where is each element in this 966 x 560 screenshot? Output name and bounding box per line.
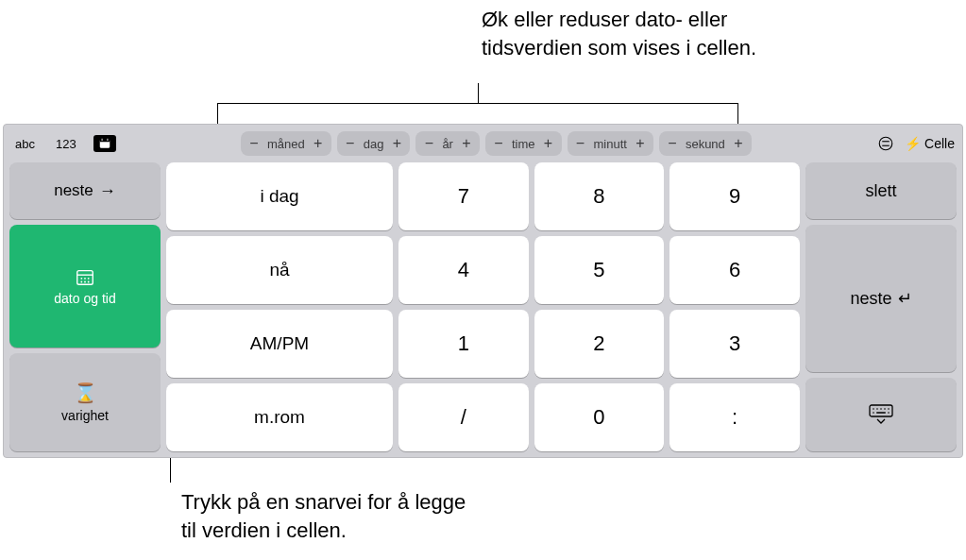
mode-datetime-icon[interactable] <box>93 135 116 152</box>
key-5[interactable]: 5 <box>534 236 665 304</box>
stepper-second[interactable]: − sekund + <box>659 131 752 156</box>
plus-icon[interactable]: + <box>633 136 648 151</box>
key-9[interactable]: 9 <box>669 162 800 230</box>
shortcut-column: i dag nå AM/PM m.rom <box>166 162 393 451</box>
callout-line <box>478 83 479 104</box>
key-8[interactable]: 8 <box>534 162 665 230</box>
mode-123-button[interactable]: 123 <box>52 135 80 153</box>
svg-point-12 <box>80 281 82 283</box>
minus-icon[interactable]: − <box>421 136 436 151</box>
minus-icon[interactable]: − <box>573 136 588 151</box>
keyboard-main: neste → dato og tid ⌛ varighet i dag nå … <box>4 162 962 457</box>
next-return-button[interactable]: neste ↵ <box>805 225 957 372</box>
svg-point-18 <box>880 408 882 410</box>
dismiss-keyboard-button[interactable] <box>805 378 957 451</box>
ampm-button[interactable]: AM/PM <box>166 310 393 378</box>
stepper-hour[interactable]: − time + <box>485 131 562 156</box>
unit-steppers: − måned + − dag + − år + − time + − minu <box>124 131 869 156</box>
next-cell-button[interactable]: neste → <box>9 162 161 219</box>
minus-icon[interactable]: − <box>343 136 358 151</box>
stepper-day[interactable]: − dag + <box>337 131 411 156</box>
keyboard-dismiss-icon <box>868 403 894 426</box>
cell-action-button[interactable]: ⚡ Celle <box>905 136 955 151</box>
svg-point-19 <box>884 408 886 410</box>
key-slash[interactable]: / <box>398 383 529 451</box>
plus-icon[interactable]: + <box>389 136 404 151</box>
delete-button[interactable]: slett <box>805 162 957 219</box>
minus-icon[interactable]: − <box>246 136 262 151</box>
space-button[interactable]: m.rom <box>166 383 393 451</box>
next-label: neste <box>54 181 93 200</box>
mode-switcher: abc 123 <box>11 135 116 153</box>
right-column: slett neste ↵ <box>805 162 957 451</box>
key-4[interactable]: 4 <box>398 236 529 304</box>
stepper-day-label: dag <box>362 137 386 151</box>
plus-icon[interactable]: + <box>731 136 746 151</box>
key-1[interactable]: 1 <box>398 310 529 378</box>
keyboard-top-row: abc 123 − måned + − dag + − år + <box>4 125 962 162</box>
svg-point-16 <box>873 408 874 410</box>
cell-action-label: Celle <box>924 136 955 151</box>
svg-point-4 <box>879 137 892 150</box>
plus-icon[interactable]: + <box>311 136 326 151</box>
next-return-label: neste <box>850 289 891 309</box>
top-right-controls: ⚡ Celle <box>876 134 955 153</box>
minus-icon[interactable]: − <box>665 136 680 151</box>
mode-abc-button[interactable]: abc <box>11 135 39 153</box>
svg-rect-1 <box>99 140 110 142</box>
key-6[interactable]: 6 <box>669 236 800 304</box>
bolt-icon: ⚡ <box>905 136 921 151</box>
callout-bottom-text: Trykk på en snarvei for å legge til verd… <box>181 488 483 544</box>
center-area: i dag nå AM/PM m.rom 7 8 9 4 5 6 1 2 3 /… <box>166 162 800 451</box>
svg-point-11 <box>88 278 90 280</box>
key-0[interactable]: 0 <box>534 383 665 451</box>
duration-label: varighet <box>61 408 109 423</box>
stepper-month-label: måned <box>265 137 307 151</box>
calendar-icon <box>74 266 96 287</box>
svg-rect-23 <box>876 412 886 414</box>
plus-icon[interactable]: + <box>541 136 556 151</box>
stepper-year[interactable]: − år + <box>415 131 480 156</box>
stepper-hour-label: time <box>510 137 537 151</box>
key-7[interactable]: 7 <box>398 162 529 230</box>
return-icon: ↵ <box>898 288 912 309</box>
svg-rect-15 <box>870 405 892 416</box>
arrow-right-icon: → <box>99 181 116 201</box>
left-column: neste → dato og tid ⌛ varighet <box>9 162 161 451</box>
svg-point-10 <box>84 278 86 280</box>
stepper-year-label: år <box>440 137 455 151</box>
duration-mode-button[interactable]: ⌛ varighet <box>9 353 161 451</box>
callout-top-text: Øk eller reduser dato- eller tidsverdien… <box>482 6 765 61</box>
key-2[interactable]: 2 <box>534 310 665 378</box>
svg-point-9 <box>80 278 82 280</box>
stepper-month[interactable]: − måned + <box>241 131 331 156</box>
svg-point-22 <box>888 412 890 414</box>
key-3[interactable]: 3 <box>669 310 800 378</box>
today-button[interactable]: i dag <box>166 162 393 230</box>
svg-point-17 <box>876 408 878 410</box>
minus-icon[interactable]: − <box>491 136 506 151</box>
hourglass-icon: ⌛ <box>74 382 97 404</box>
plus-icon[interactable]: + <box>459 136 474 151</box>
datetime-keyboard: abc 123 − måned + − dag + − år + <box>3 124 963 458</box>
svg-point-13 <box>84 281 86 283</box>
key-colon[interactable]: : <box>669 383 800 451</box>
stepper-minute-label: minutt <box>592 137 629 151</box>
numpad: 7 8 9 4 5 6 1 2 3 / 0 : <box>398 162 800 451</box>
stepper-minute[interactable]: − minutt + <box>568 131 653 156</box>
svg-point-21 <box>873 412 874 414</box>
now-button[interactable]: nå <box>166 236 393 304</box>
date-time-label: dato og tid <box>54 291 115 306</box>
date-time-mode-button[interactable]: dato og tid <box>9 225 161 348</box>
formula-icon[interactable] <box>876 134 895 153</box>
stepper-second-label: sekund <box>684 137 727 151</box>
svg-point-14 <box>88 281 90 283</box>
svg-point-20 <box>888 408 890 410</box>
